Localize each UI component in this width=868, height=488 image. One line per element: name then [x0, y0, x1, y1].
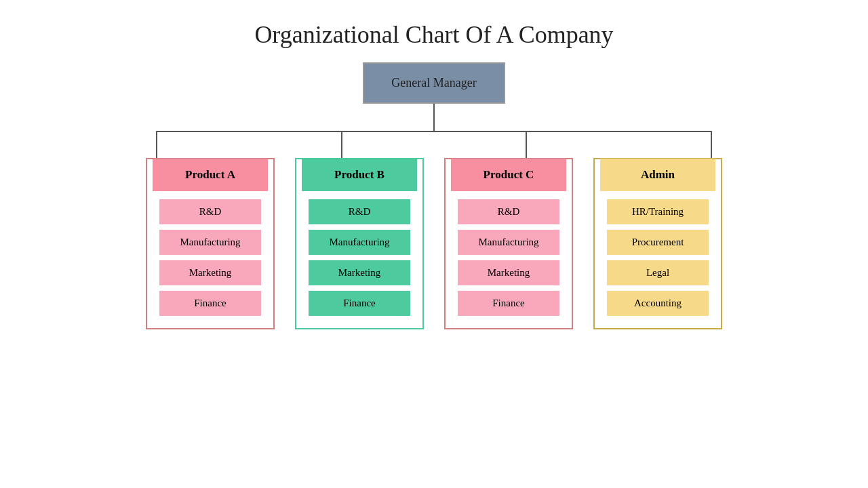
gm-box: General Manager	[363, 62, 505, 104]
drop-1	[156, 131, 157, 158]
dept-item-product-a-marketing: Marketing	[159, 260, 261, 285]
dept-item-product-b-marketing: Marketing	[309, 260, 410, 285]
dept-item-product-a-manufacturing: Manufacturing	[159, 230, 261, 255]
dept-item-product-c-finance: Finance	[458, 291, 559, 316]
dept-header-product-a: Product A	[153, 159, 268, 191]
dept-item-product-b-rd: R&D	[309, 199, 410, 224]
dept-item-admin-hrtraining: HR/Training	[607, 199, 709, 224]
drop-3	[526, 131, 527, 158]
org-chart: General Manager Product AR&DManufacturin…	[0, 62, 868, 488]
dept-column-admin: AdminHR/TrainingProcurementLegalAccounti…	[593, 158, 722, 329]
dept-column-product-a: Product AR&DManufacturingMarketingFinanc…	[146, 158, 275, 329]
dept-item-product-c-marketing: Marketing	[458, 260, 559, 285]
dept-column-product-c: Product CR&DManufacturingMarketingFinanc…	[444, 158, 573, 329]
dept-item-admin-legal: Legal	[607, 260, 709, 285]
h-bar-drops	[156, 131, 712, 158]
h-bar-container	[115, 131, 753, 158]
columns-row: Product AR&DManufacturingMarketingFinanc…	[146, 158, 722, 329]
dept-item-product-c-manufacturing: Manufacturing	[458, 230, 559, 255]
drop-2	[341, 131, 342, 158]
dept-header-product-b: Product B	[302, 159, 417, 191]
connector-gm-down	[433, 104, 435, 131]
gm-row: General Manager	[363, 62, 505, 104]
dept-header-product-c: Product C	[451, 159, 566, 191]
dept-item-product-b-finance: Finance	[309, 291, 410, 316]
dept-item-product-c-rd: R&D	[458, 199, 559, 224]
dept-item-admin-accounting: Accounting	[607, 291, 709, 316]
dept-header-admin: Admin	[600, 159, 715, 191]
dept-item-product-a-finance: Finance	[159, 291, 261, 316]
page-title: Organizational Chart Of A Company	[254, 20, 613, 49]
dept-item-product-a-rd: R&D	[159, 199, 261, 224]
dept-column-product-b: Product BR&DManufacturingMarketingFinanc…	[295, 158, 424, 329]
dept-item-product-b-manufacturing: Manufacturing	[309, 230, 410, 255]
drop-4	[711, 131, 712, 158]
dept-item-admin-procurement: Procurement	[607, 230, 709, 255]
